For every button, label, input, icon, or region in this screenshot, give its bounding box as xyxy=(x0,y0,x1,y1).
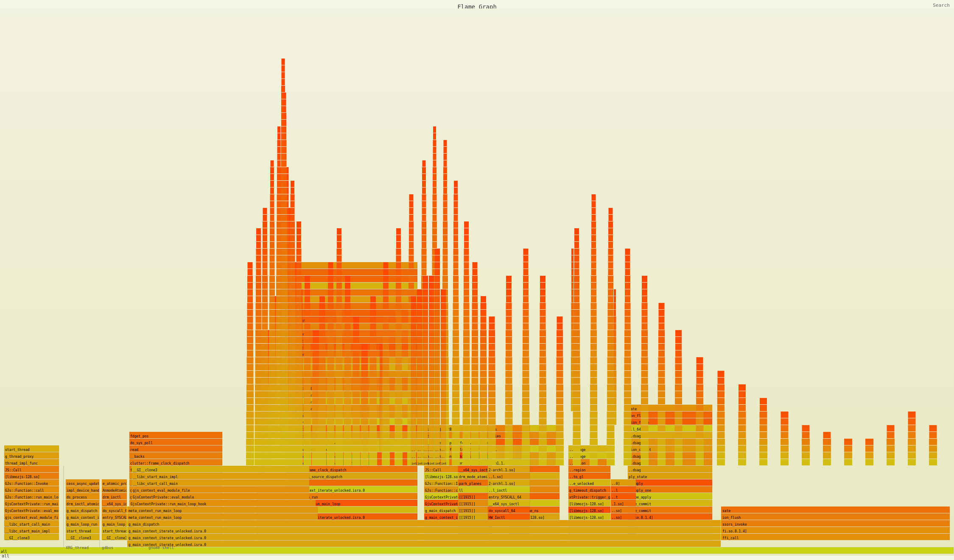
bottom-label: all xyxy=(2,554,9,558)
flame-graph-container: Flame Graph Search all xyxy=(0,0,954,560)
flame-graph-canvas[interactable] xyxy=(0,8,954,556)
search-button[interactable]: Search xyxy=(933,3,950,8)
